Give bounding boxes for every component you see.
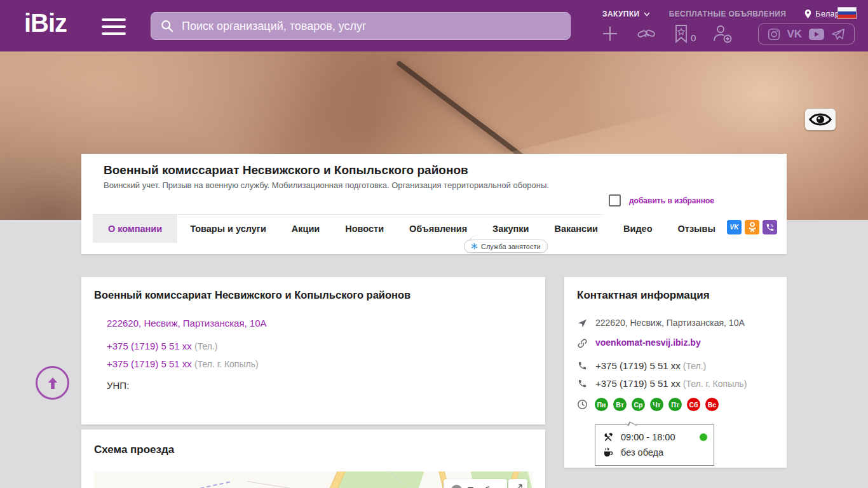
unp-label: УНП: [107,380,129,391]
search-icon [160,19,174,33]
header-social-bar: VK [758,24,855,44]
favorites-button[interactable]: 0 [674,24,696,43]
location-pin-icon [804,9,812,19]
top-nav: ЗАКУПКИ БЕСПЛАТНЫЕ ОБЪЯВЛЕНИЯ Беларусь [602,9,852,19]
accessibility-eye-button[interactable] [805,109,836,130]
tab-about[interactable]: О компании [93,215,177,243]
lunch-label: без обеда [621,447,663,458]
contacts-phone-2-row: +375 (1719) 5 51 xx (Тел. г. Копыль) [577,378,747,389]
about-phone-1: +375 (1719) 5 51 xx (Тел.) [107,341,218,351]
coffee-cup-icon [602,447,614,458]
telegram-icon[interactable] [831,27,846,41]
traffic-icon [451,485,462,488]
day-mon[interactable]: Пн [595,398,608,411]
share-vk-button[interactable]: VK [727,220,742,234]
company-header-card: Военный комиссариат Несвижского и Копыль… [81,154,787,254]
traffic-button[interactable]: Пробки [444,479,507,488]
favorites-count: 0 [691,32,696,43]
share-viber-button[interactable] [763,220,777,234]
weekday-badges: Пн Вт Ср Чт Пт Сб Вс [595,398,719,411]
about-phone-2: +375 (1719) 5 51 xx (Тел. г. Копыль) [107,358,259,369]
eye-icon [808,111,833,128]
pen-photo-element [396,60,526,160]
partnership-button[interactable] [635,25,657,43]
tools-icon [602,431,614,443]
day-fri[interactable]: Пт [668,398,682,411]
about-heading: Военный комиссариат Несвижского и Копыль… [94,289,410,301]
sparkle-icon [471,243,478,250]
bookmark-star-icon [674,24,689,43]
share-buttons: VK [727,220,777,234]
contacts-website-row: voenkomat-nesvij.ibiz.by [577,337,701,349]
location-arrow-icon [577,318,588,329]
company-tabs: О компании Товары и услуги Акции Новости… [93,215,728,243]
tab-video[interactable]: Видео [611,215,665,243]
tab-reviews[interactable]: Отзывы [665,215,728,243]
phone-number[interactable]: +375 (1719) 5 51 xx [595,378,681,389]
phone-link[interactable]: +375 (1719) 5 51 xx [107,358,192,369]
phone-number[interactable]: +375 (1719) 5 51 xx [595,360,681,371]
map-canvas[interactable]: Пробки [94,471,532,488]
schedule-tooltip: 09:00 - 18:00 без обеда [595,424,714,466]
map-expand-button[interactable] [508,479,527,488]
open-now-indicator [700,433,707,441]
handshake-icon [635,25,657,43]
youtube-icon[interactable] [808,28,825,41]
add-to-favorites[interactable]: добавить в избранное [609,194,714,207]
tab-news[interactable]: Новости [332,215,397,243]
company-title: Военный комиссариат Несвижского и Копыль… [104,163,468,177]
ibiz-logo[interactable]: iBiz [24,9,67,37]
day-tue[interactable]: Вт [613,398,627,411]
chevron-down-icon [644,12,650,17]
favorite-checkbox[interactable] [609,194,621,207]
tab-products[interactable]: Товары и услуги [177,215,279,243]
vk-icon[interactable]: VK [787,28,802,41]
day-wed[interactable]: Ср [632,398,645,411]
header-action-icons: 0 [601,24,733,43]
top-header: iBiz ЗАКУПКИ БЕСПЛАТНЫЕ ОБЪЯВЛЕНИЯ Белар… [0,0,868,51]
scroll-to-top-button[interactable] [36,366,69,400]
phone-link[interactable]: +375 (1719) 5 51 xx [107,341,192,351]
clock-icon [577,399,588,410]
phone-icon [577,379,588,388]
share-ok-button[interactable] [745,220,759,234]
employment-service-badge[interactable]: Служба занятости [464,240,548,253]
tab-vacancies[interactable]: Вакансии [542,215,611,243]
ok-icon [748,222,757,233]
day-sat[interactable]: Сб [687,398,700,411]
contacts-heading: Контактная информация [577,289,710,302]
plus-icon [601,25,619,43]
working-hours: 09:00 - 18:00 [621,432,675,442]
page: iBiz ЗАКУПКИ БЕСПЛАТНЫЕ ОБЪЯВЛЕНИЯ Белар… [0,0,868,488]
contacts-address-row: 222620, Несвиж, Партизанская, 10А [577,318,745,329]
tab-ads[interactable]: Объявления [397,215,480,243]
add-company-button[interactable] [601,25,619,43]
nav-free-ads[interactable]: БЕСПЛАТНЫЕ ОБЪЯВЛЕНИЯ [669,10,787,18]
website-link[interactable]: voenkomat-nesvij.ibiz.by [595,337,701,348]
viber-icon [766,223,775,232]
phone-icon [577,361,588,370]
day-sun[interactable]: Вс [705,398,719,411]
contacts-card: Контактная информация 222620, Несвиж, Па… [564,277,787,468]
day-thu[interactable]: Чт [650,398,663,411]
nav-zakupki[interactable]: ЗАКУПКИ [602,10,650,18]
person-add-icon [712,24,733,43]
map-heading: Схема проезда [94,444,174,456]
link-icon [577,338,588,349]
register-user-button[interactable] [712,24,733,43]
expand-icon [513,484,523,488]
about-card: Военный комиссариат Несвижского и Копыль… [81,277,545,424]
hamburger-menu-icon[interactable] [102,18,126,35]
company-subtitle: Воинский учет. Призыв на военную службу.… [104,180,549,190]
search-input[interactable] [182,20,561,33]
about-address-link[interactable]: 222620, Несвиж, Партизанская, 10А [107,318,267,329]
favorite-label: добавить в избранное [629,196,714,205]
russian-flag-icon[interactable] [837,7,857,19]
map-card: Схема проезда Пробки [81,430,545,488]
tab-zakupki[interactable]: Закупки [480,215,541,243]
search-bar [151,12,571,40]
instagram-icon[interactable] [767,27,781,41]
lunch-row: без обеда [602,445,707,460]
working-hours-row: 09:00 - 18:00 [602,430,707,445]
tab-promos[interactable]: Акции [279,215,332,243]
